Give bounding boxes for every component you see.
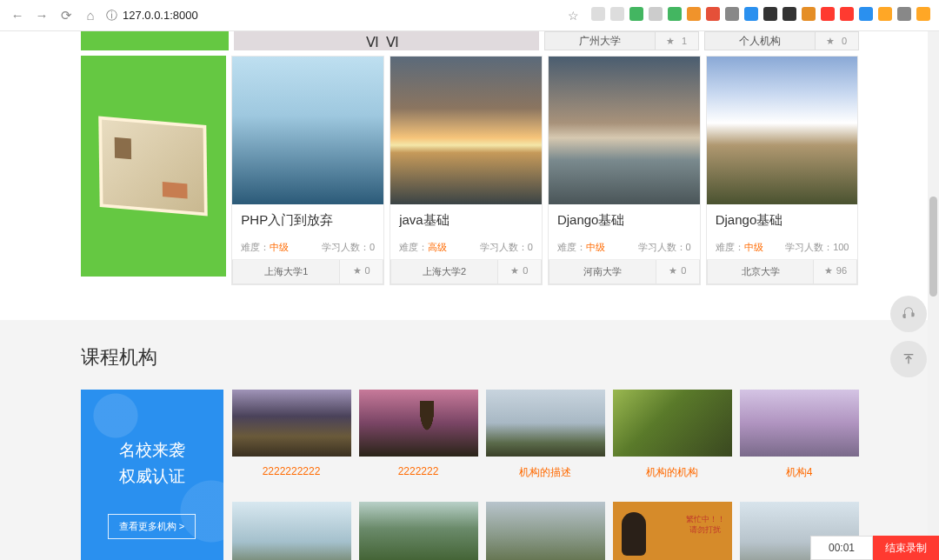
course-org[interactable]: 河南大学 xyxy=(549,260,656,284)
extension-icon[interactable] xyxy=(782,7,796,21)
course-title: PHP入门到放弃 xyxy=(241,211,375,229)
org-image xyxy=(359,390,478,457)
org-name: 机构的描述 xyxy=(486,465,605,480)
vertical-scrollbar[interactable] xyxy=(928,31,939,560)
course-image xyxy=(232,57,383,204)
course-org[interactable]: 北京大学 xyxy=(707,260,815,284)
org-grid: 22222222222222222机构的描述机构的机构机构4机构3机构2机构1繁… xyxy=(232,390,859,561)
extension-icon[interactable] xyxy=(744,7,758,21)
course-learners: 学习人数：100 xyxy=(785,241,849,254)
extension-icon[interactable] xyxy=(668,7,682,21)
promo-line2: 权威认证 xyxy=(119,467,185,485)
org-item[interactable]: 机构4 xyxy=(740,390,859,486)
org-image xyxy=(486,502,605,561)
course-stars: 0 xyxy=(340,260,383,284)
course-org[interactable]: 上海大学1 xyxy=(232,260,340,284)
info-icon: ⓘ xyxy=(106,8,117,23)
record-timer: 00:01 xyxy=(810,536,873,560)
section-title: 课程机构 xyxy=(81,344,859,370)
course-row: PHP入门到放弃难度：中级学习人数：0上海大学10java基础难度：高级学习人数… xyxy=(81,56,859,285)
course-card[interactable]: java基础难度：高级学习人数：0上海大学20 xyxy=(390,56,543,285)
bookmark-icon[interactable]: ☆ xyxy=(568,9,579,23)
course-title: Django基础 xyxy=(716,211,849,229)
reload-button[interactable]: ⟳ xyxy=(57,8,75,23)
float-buttons xyxy=(890,296,927,377)
green-room-card[interactable] xyxy=(81,56,227,277)
course-image xyxy=(549,57,700,204)
top-strip: ⅥⅥ 广州大学 1 个人机构 0 xyxy=(81,31,859,50)
org-item[interactable]: 繁忙中！！请勿打扰个人机构 xyxy=(613,502,732,561)
course-card[interactable]: Django基础难度：中级学习人数：0河南大学0 xyxy=(548,56,701,285)
extension-icon[interactable] xyxy=(878,7,892,21)
course-difficulty: 难度：中级 xyxy=(557,241,605,254)
extension-icon[interactable] xyxy=(649,7,663,21)
extension-icon[interactable] xyxy=(629,7,643,21)
org-name: 2222222 xyxy=(359,465,478,477)
top-org-1[interactable]: 个人机构 0 xyxy=(704,31,859,50)
org-item[interactable]: 机构的机构 xyxy=(613,390,732,486)
course-image xyxy=(390,57,542,204)
org-section: 课程机构 名校来袭 权威认证 查看更多机构 > 2222222222222222… xyxy=(0,320,939,561)
course-difficulty: 难度：高级 xyxy=(399,241,447,254)
extension-icon[interactable] xyxy=(859,7,873,21)
course-stars: 96 xyxy=(814,260,857,284)
stop-record-button[interactable]: 结束录制 xyxy=(873,536,939,560)
org-image xyxy=(613,390,732,457)
org-image: 繁忙中！！请勿打扰 xyxy=(613,502,732,561)
support-button[interactable] xyxy=(890,296,927,332)
room-illustration xyxy=(99,116,209,216)
back-button[interactable]: ← xyxy=(9,8,26,23)
more-orgs-button[interactable]: 查看更多机构 > xyxy=(108,514,196,539)
org-image xyxy=(359,502,478,561)
org-image xyxy=(232,390,351,457)
org-image xyxy=(740,390,859,457)
org-item[interactable]: 2222222 xyxy=(359,390,478,486)
green-banner-top xyxy=(81,31,229,50)
org-name: 机构的机构 xyxy=(613,465,732,480)
org-image xyxy=(486,390,605,457)
extension-icon[interactable] xyxy=(763,7,777,21)
org-item[interactable]: 机构3 xyxy=(232,502,351,561)
extension-icon[interactable] xyxy=(802,7,816,21)
recorder-bar: 00:01 结束录制 xyxy=(810,536,939,560)
home-button[interactable]: ⌂ xyxy=(82,8,99,23)
top-org-name: 个人机构 xyxy=(704,31,816,50)
org-item[interactable]: 机构1 xyxy=(486,502,605,561)
org-name: 2222222222 xyxy=(232,465,351,477)
back-to-top-button[interactable] xyxy=(890,341,927,377)
org-image xyxy=(232,502,351,561)
top-org-name: 广州大学 xyxy=(544,31,656,50)
extension-icon[interactable] xyxy=(897,7,911,21)
extension-icon[interactable] xyxy=(706,7,720,21)
promo-panel: 名校来袭 权威认证 查看更多机构 > xyxy=(81,390,223,561)
top-org-count: 1 xyxy=(656,31,699,50)
org-name: 机构4 xyxy=(740,465,859,480)
org-item[interactable]: 2222222222 xyxy=(232,390,351,486)
course-title: java基础 xyxy=(399,211,533,229)
extension-icon[interactable] xyxy=(725,7,739,21)
scrollbar-thumb[interactable] xyxy=(929,197,937,297)
url-text: 127.0.0.1:8000 xyxy=(123,9,198,22)
extension-icon[interactable] xyxy=(591,7,605,21)
toolbar-extensions: ☆ xyxy=(568,7,930,23)
course-stars: 0 xyxy=(656,260,700,284)
course-card[interactable]: PHP入门到放弃难度：中级学习人数：0上海大学10 xyxy=(231,56,384,285)
course-stars: 0 xyxy=(498,260,542,284)
extension-icon[interactable] xyxy=(821,7,835,21)
gray-banner: ⅥⅥ xyxy=(234,31,539,50)
extension-icon[interactable] xyxy=(916,7,930,21)
extension-icon[interactable] xyxy=(687,7,701,21)
extension-icon[interactable] xyxy=(610,7,624,21)
browser-toolbar: ← → ⟳ ⌂ ⓘ 127.0.0.1:8000 ☆ xyxy=(0,0,939,31)
top-org-count: 0 xyxy=(816,31,859,50)
extension-icon[interactable] xyxy=(840,7,854,21)
course-card[interactable]: Django基础难度：中级学习人数：100北京大学96 xyxy=(706,56,859,285)
course-learners: 学习人数：0 xyxy=(480,241,533,254)
org-item[interactable]: 机构的描述 xyxy=(486,390,605,486)
course-difficulty: 难度：中级 xyxy=(241,241,289,254)
address-bar[interactable]: ⓘ 127.0.0.1:8000 xyxy=(106,8,561,23)
course-org[interactable]: 上海大学2 xyxy=(390,260,498,284)
forward-button[interactable]: → xyxy=(33,8,50,23)
top-org-0[interactable]: 广州大学 1 xyxy=(544,31,699,50)
org-item[interactable]: 机构2 xyxy=(359,502,478,561)
